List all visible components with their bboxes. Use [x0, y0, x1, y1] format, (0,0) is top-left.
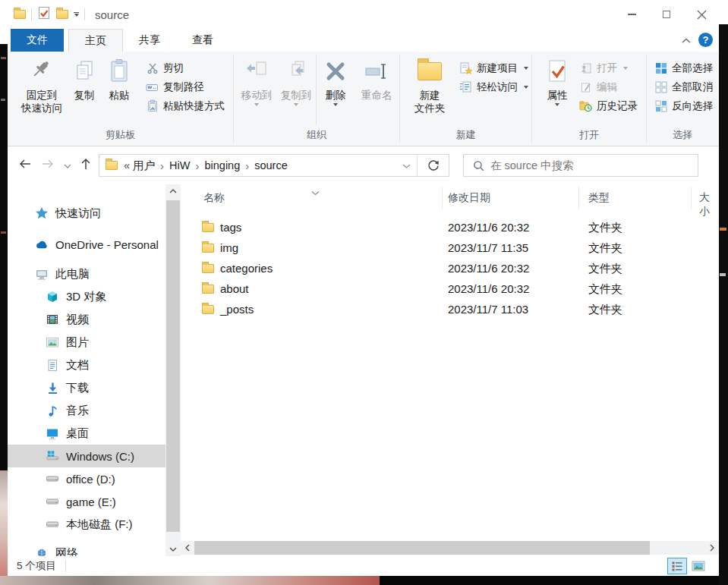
tab-share[interactable]: 共享 [123, 29, 176, 52]
address-bar[interactable]: « 用户 › HiW › binging › source [99, 154, 449, 177]
breadcrumb-users[interactable]: 用户 [130, 159, 158, 173]
thumbnail-view-button[interactable] [689, 558, 708, 574]
sidebar-item-office-d[interactable]: office (D:) [8, 467, 165, 490]
folder-icon [202, 285, 214, 294]
scroll-up-icon[interactable] [165, 184, 181, 198]
delete-button[interactable]: 删除 [317, 52, 355, 106]
maximize-icon [663, 11, 670, 18]
maximize-button[interactable] [649, 0, 684, 29]
refresh-button[interactable] [417, 154, 449, 177]
horizontal-scrollbar-thumb[interactable] [194, 541, 650, 555]
help-icon[interactable]: ? [698, 33, 713, 47]
cut-button[interactable]: 剪切 [143, 58, 228, 77]
move-to-button[interactable]: 移动到 [237, 52, 276, 106]
edit-button[interactable]: 编辑 [576, 77, 641, 96]
file-row-about[interactable]: about 2023/11/6 20:32 文件夹 [181, 279, 719, 300]
select-none-icon [654, 80, 667, 93]
copy-to-button[interactable]: 复制到 [276, 52, 316, 106]
file-row-posts[interactable]: _posts 2023/11/7 11:03 文件夹 [181, 300, 719, 320]
breadcrumb-hiw[interactable]: HiW [166, 159, 193, 171]
ribbon-group-select: 全部选择 全部取消 反向选择 选择 [647, 52, 718, 146]
easy-access-button[interactable]: 轻松访问 [456, 77, 531, 96]
address-dropdown-icon[interactable] [396, 159, 417, 172]
invert-selection-button[interactable]: 反向选择 [651, 96, 716, 115]
file-row-img[interactable]: img 2023/11/7 11:35 文件夹 [181, 238, 719, 259]
group-label-new: 新建 [400, 128, 531, 142]
up-button[interactable] [80, 158, 91, 173]
sort-indicator-icon[interactable] [311, 186, 320, 198]
history-button[interactable]: 历史记录 [576, 96, 641, 115]
copy-path-button[interactable]: 复制路径 [143, 77, 228, 96]
copy-path-icon [146, 80, 159, 93]
column-header-name[interactable]: 名称 [203, 191, 225, 205]
film-icon [46, 313, 59, 326]
open-button[interactable]: 打开 [576, 58, 641, 77]
minimize-button[interactable] [614, 0, 649, 29]
collapse-ribbon-icon[interactable] [682, 33, 691, 47]
paste-button[interactable]: 粘贴 [102, 52, 137, 102]
close-button[interactable] [684, 0, 719, 29]
rename-button[interactable]: 重命名 [355, 52, 399, 102]
tab-view[interactable]: 查看 [176, 29, 229, 52]
sidebar-item-videos[interactable]: 视频 [8, 308, 165, 331]
scissors-icon [146, 61, 159, 74]
pin-icon [30, 56, 53, 86]
scroll-right-icon[interactable] [705, 541, 719, 555]
recent-locations-dropdown-icon[interactable] [64, 159, 71, 172]
breadcrumb-binging[interactable]: binging [201, 159, 243, 171]
sidebar-item-onedrive[interactable]: OneDrive - Personal [8, 233, 165, 256]
copy-button[interactable]: 复制 [67, 52, 102, 102]
scroll-down-icon[interactable] [165, 543, 181, 556]
breadcrumb-source[interactable]: source [251, 159, 291, 171]
horizontal-scrollbar[interactable] [181, 541, 719, 555]
group-label-organize: 组织 [234, 128, 399, 142]
sidebar-item-this-pc[interactable]: 此电脑 [8, 263, 165, 285]
sidebar-scrollbar[interactable] [165, 184, 181, 556]
search-box [463, 154, 698, 177]
sidebar-item-game-e[interactable]: game (E:) [8, 490, 165, 513]
breadcrumb-prefix: « [124, 159, 130, 171]
tab-file[interactable]: 文件 [11, 29, 64, 52]
sidebar-item-desktop[interactable]: 桌面 [8, 422, 165, 445]
tab-home[interactable]: 主页 [68, 29, 123, 52]
sidebar-item-documents[interactable]: 文档 [8, 354, 165, 376]
sidebar-item-quick-access[interactable]: 快速访问 [8, 202, 165, 225]
paste-icon [108, 56, 131, 86]
column-header-size[interactable]: 大小 [699, 191, 719, 219]
column-header-date[interactable]: 修改日期 [448, 191, 490, 205]
sidebar-item-windows-c[interactable]: Windows (C:) [8, 445, 165, 467]
new-folder-quick-icon[interactable] [56, 10, 68, 19]
sidebar-item-music[interactable]: 音乐 [8, 399, 165, 422]
sidebar-item-downloads[interactable]: 下载 [8, 376, 165, 399]
back-button[interactable] [18, 158, 32, 173]
sidebar-item-network[interactable]: 网络 [8, 542, 165, 556]
star-icon [35, 206, 49, 220]
new-item-button[interactable]: 新建项目 [456, 58, 531, 77]
minimize-icon [628, 14, 636, 14]
sidebar-item-pictures[interactable]: 图片 [8, 331, 165, 354]
sidebar-scrollbar-thumb[interactable] [166, 200, 180, 532]
file-row-tags[interactable]: tags 2023/11/6 20:32 文件夹 [181, 218, 719, 238]
address-row: « 用户 › HiW › binging › source [8, 146, 719, 184]
ribbon-group-clipboard: 固定到快速访问 复制 粘贴 [8, 52, 233, 146]
copy-icon [73, 56, 96, 86]
select-none-button[interactable]: 全部取消 [651, 77, 716, 96]
properties-button[interactable]: 属性 [540, 52, 575, 106]
explorer-window: source 文件 主页 共享 查看 ? [8, 0, 719, 576]
folder-icon [202, 244, 214, 253]
customize-toolbar-dropdown-icon[interactable] [74, 12, 79, 17]
properties-quick-icon[interactable] [37, 6, 51, 23]
sidebar-item-3d-objects[interactable]: 3D 对象 [8, 285, 165, 308]
forward-button[interactable] [41, 158, 55, 173]
paste-shortcut-button[interactable]: 粘贴快捷方式 [143, 96, 228, 115]
search-input[interactable] [490, 159, 698, 171]
details-view-button[interactable] [667, 558, 687, 574]
select-all-button[interactable]: 全部选择 [651, 58, 716, 77]
file-row-categories[interactable]: categories 2023/11/6 20:32 文件夹 [181, 259, 719, 279]
pin-to-quick-access-button[interactable]: 固定到快速访问 [17, 52, 67, 115]
column-header-type[interactable]: 类型 [588, 191, 610, 205]
group-label-select: 选择 [647, 128, 718, 142]
scroll-left-icon[interactable] [181, 541, 194, 555]
new-folder-button[interactable]: 新建文件夹 [406, 52, 453, 115]
sidebar-item-local-disk-f[interactable]: 本地磁盘 (F:) [8, 513, 165, 536]
